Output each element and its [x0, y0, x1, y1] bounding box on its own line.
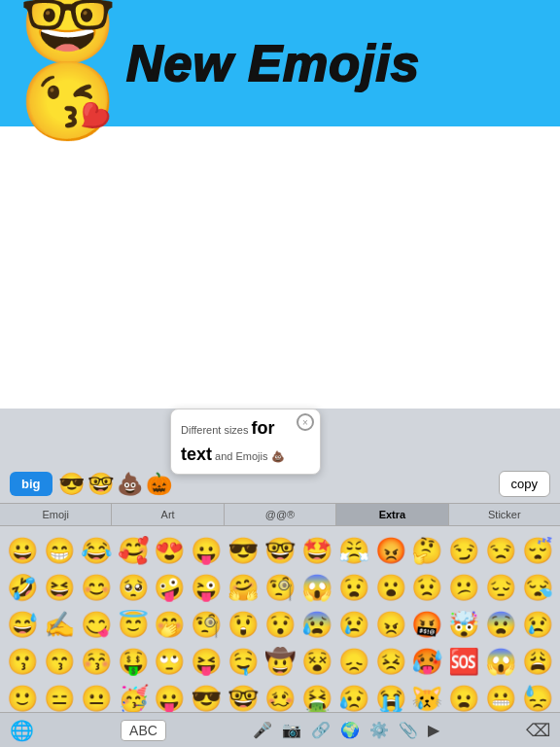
tab-extra[interactable]: Extra	[336, 504, 448, 525]
emoji-cell[interactable]: 😿	[408, 686, 445, 711]
camera-icon[interactable]: 📷	[282, 721, 301, 739]
emoji-cell[interactable]: 😰	[298, 612, 335, 637]
emoji-cell[interactable]: 🥰	[115, 538, 152, 563]
emoji-cell[interactable]: 😯	[262, 612, 298, 637]
emoji-cell[interactable]: 😱	[298, 575, 335, 600]
emoji-cell[interactable]: 🥳	[115, 686, 152, 711]
emoji-cell[interactable]: 😤	[335, 538, 372, 563]
emoji-cell[interactable]: 🤑	[115, 649, 152, 674]
emoji-cell[interactable]: 🤪	[151, 575, 188, 600]
delete-button[interactable]: ⌫	[526, 720, 550, 741]
emoji-cell[interactable]: 😝	[188, 649, 225, 674]
emoji-cell[interactable]: 😞	[335, 649, 372, 674]
preview-emoji-4: 🎃	[146, 472, 172, 497]
emoji-row-4: 😗 😙 😚 🤑 🙄 😝 🤤 🤠 😵 😞 😣 🥵 🆘 😱 😩	[4, 643, 556, 680]
emoji-cell[interactable]: 😠	[372, 612, 409, 637]
emoji-cell[interactable]: 😛	[151, 686, 188, 711]
emoji-cell[interactable]: 🤭	[151, 612, 188, 637]
emoji-cell[interactable]: 😙	[41, 649, 78, 674]
emoji-cell[interactable]: 🤯	[445, 612, 482, 637]
emoji-cell[interactable]: 😨	[482, 612, 519, 637]
emoji-cell[interactable]: 🤬	[408, 612, 445, 637]
emoji-cell[interactable]: 🤮	[298, 686, 335, 711]
abc-button[interactable]: ABC	[121, 720, 166, 741]
emoji-cell[interactable]: 🥺	[115, 575, 152, 600]
emoji-cell[interactable]: 🧐	[188, 612, 225, 637]
emoji-cell[interactable]: 😢	[519, 612, 556, 637]
emoji-cell[interactable]: 😔	[482, 575, 519, 600]
tab-atat[interactable]: @@®	[225, 504, 336, 525]
header-emoji: 🤓😘	[19, 15, 117, 112]
keyboard-area: × Different sizes for text and Emojis 💩 …	[0, 409, 560, 747]
emoji-cell[interactable]: 😴	[519, 538, 556, 563]
emoji-cell[interactable]: 😁	[41, 538, 78, 563]
emoji-cell[interactable]: 😥	[335, 686, 372, 711]
emoji-cell[interactable]: 😟	[408, 575, 445, 600]
emoji-cell[interactable]: 😆	[41, 575, 78, 600]
paperclip-icon[interactable]: 📎	[399, 721, 418, 739]
emoji-cell[interactable]: 🤩	[298, 538, 335, 563]
emoji-cell[interactable]: 😜	[188, 575, 225, 600]
tab-sticker[interactable]: Sticker	[449, 504, 560, 525]
emoji-cell[interactable]: 😎	[225, 538, 262, 563]
emoji-cell[interactable]: 🤓	[225, 686, 262, 711]
emoji-cell[interactable]: 😗	[4, 649, 41, 674]
emoji-cell[interactable]: 🤗	[225, 575, 262, 600]
emoji-cell[interactable]: 🆘	[445, 649, 482, 674]
emoji-cell[interactable]: 🤓	[262, 538, 298, 563]
emoji-cell[interactable]: 😬	[482, 686, 519, 711]
play-icon[interactable]: ▶	[428, 721, 439, 739]
tab-art[interactable]: Art	[112, 504, 224, 525]
emoji-cell[interactable]: 🤔	[408, 538, 445, 563]
bottom-icons: 🎤 📷 🔗 🌍 ⚙️ 📎 ▶	[253, 721, 439, 739]
category-tabs: Emoji Art @@® Extra Sticker	[0, 503, 560, 526]
emoji-cell[interactable]: 🥵	[408, 649, 445, 674]
globe-icon[interactable]: 🌍	[340, 721, 360, 739]
emoji-cell[interactable]: 😛	[188, 538, 225, 563]
emoji-cell[interactable]: 😂	[78, 538, 115, 563]
big-button[interactable]: big	[10, 472, 52, 496]
emoji-cell[interactable]: 😦	[445, 686, 482, 711]
emoji-cell[interactable]: 😕	[445, 575, 482, 600]
emoji-cell[interactable]: 😏	[445, 538, 482, 563]
mic-icon[interactable]: 🎤	[253, 721, 272, 739]
emoji-cell[interactable]: 😋	[78, 612, 115, 637]
emoji-cell[interactable]: 😱	[482, 649, 519, 674]
emoji-cell[interactable]: 😭	[372, 686, 409, 711]
emoji-cell[interactable]: 🥴	[262, 686, 298, 711]
emoji-cell[interactable]: 🤠	[262, 649, 298, 674]
app-title: New Emojis	[126, 34, 420, 92]
emoji-cell[interactable]: 😪	[519, 575, 556, 600]
emoji-cell[interactable]: 😡	[372, 538, 409, 563]
emoji-cell[interactable]: 😮	[372, 575, 409, 600]
tooltip-close-button[interactable]: ×	[297, 413, 314, 431]
emoji-cell[interactable]: 😣	[372, 649, 409, 674]
emoji-cell[interactable]: 🤤	[225, 649, 262, 674]
emoji-cell[interactable]: 🤣	[4, 575, 41, 600]
emoji-cell[interactable]: 😧	[335, 575, 372, 600]
emoji-cell[interactable]: 😎	[188, 686, 225, 711]
link-icon[interactable]: 🔗	[311, 721, 331, 739]
emoji-cell[interactable]: 😇	[115, 612, 152, 637]
emoji-cell[interactable]: 😲	[225, 612, 262, 637]
emoji-cell[interactable]: 😀	[4, 538, 41, 563]
emoji-cell[interactable]: 😐	[78, 686, 115, 711]
emoji-cell[interactable]: 😚	[78, 649, 115, 674]
emoji-cell[interactable]: ✍️	[41, 612, 78, 637]
emoji-cell[interactable]: 🧐	[262, 575, 298, 600]
emoji-cell[interactable]: 😩	[519, 649, 556, 674]
globe-button[interactable]: 🌐	[10, 719, 34, 742]
emoji-cell[interactable]: 😢	[335, 612, 372, 637]
emoji-cell[interactable]: 😍	[151, 538, 188, 563]
emoji-cell[interactable]: 😓	[519, 686, 556, 711]
emoji-cell[interactable]: 🙂	[4, 686, 41, 711]
emoji-cell[interactable]: 😒	[482, 538, 519, 563]
emoji-cell[interactable]: 🙄	[151, 649, 188, 674]
emoji-cell[interactable]: 😊	[78, 575, 115, 600]
tab-emoji[interactable]: Emoji	[0, 504, 112, 525]
gear-icon[interactable]: ⚙️	[369, 721, 389, 739]
emoji-cell[interactable]: 😑	[41, 686, 78, 711]
emoji-cell[interactable]: 😵	[298, 649, 335, 674]
emoji-cell[interactable]: 😅	[4, 612, 41, 637]
copy-button[interactable]: copy	[499, 471, 550, 497]
